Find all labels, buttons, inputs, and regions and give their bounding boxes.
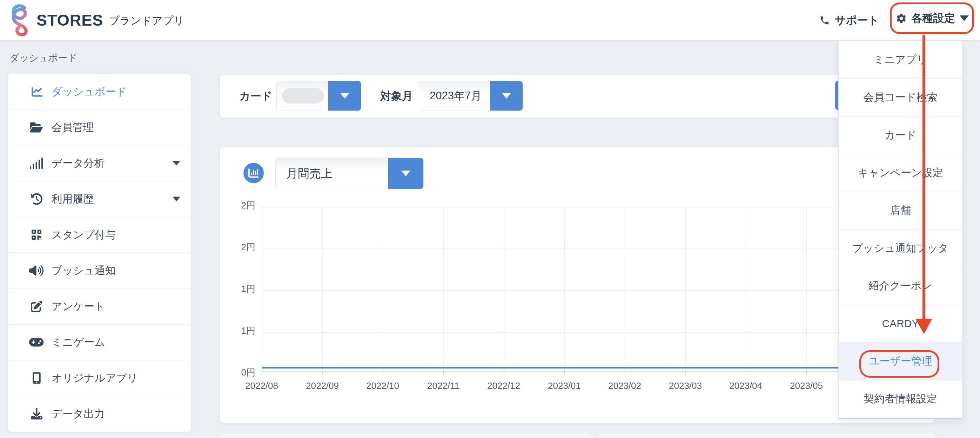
sidebar-item-label: ミニゲーム: [52, 335, 105, 350]
x-axis-label: 2022/08: [245, 381, 278, 391]
support-link[interactable]: サポート: [819, 0, 879, 40]
settings-menu-item-stores[interactable]: 店舗: [838, 192, 962, 229]
speaker-icon: [29, 265, 43, 277]
settings-menu-item-member-code-search[interactable]: 会員コード検索: [838, 78, 962, 116]
brand-name: STORES: [37, 11, 103, 29]
sidebar-item-label: データ分析: [52, 156, 105, 170]
settings-menu: ミニアプリ会員コード検索カードキャンペーン設定店舗プッシュ通知フッタ紹介クーポン…: [838, 41, 963, 419]
axis-tick: [746, 371, 746, 375]
caret-down-icon: [401, 170, 410, 176]
caret-down-icon: [340, 93, 349, 99]
brand: STORES ブランドアプリ: [9, 0, 184, 40]
axis-tick: [625, 371, 625, 375]
gridline: [443, 207, 444, 371]
chart-type-badge: [243, 163, 264, 183]
gridline: [625, 207, 625, 371]
sidebar-item-usage-history[interactable]: 利用履歴: [8, 181, 191, 217]
chart-card: 月間売上 2022/082022/092022/102022/112022/12…: [220, 147, 934, 423]
sidebar-item-push-notification[interactable]: プッシュ通知: [8, 252, 191, 288]
settings-menu-item-push-footer[interactable]: プッシュ通知フッタ: [838, 229, 962, 267]
chevron-down-icon: [173, 196, 180, 201]
sidebar-item-label: プッシュ通知: [52, 264, 116, 278]
axis-tick: [807, 371, 807, 375]
month-filter-dropdown[interactable]: 2023年7月: [419, 81, 523, 111]
breadcrumb: ダッシュボード: [10, 52, 77, 64]
sidebar-item-dashboard[interactable]: ダッシュボード: [8, 74, 191, 109]
header: STORES ブランドアプリ サポート 各種設定: [0, 0, 980, 40]
axis-tick: [686, 371, 686, 375]
y-axis-label: 2円: [224, 199, 255, 212]
axis-tick: [443, 371, 444, 375]
metric-selector-caret-button[interactable]: [388, 158, 423, 189]
settings-menu-item-mini-app[interactable]: ミニアプリ: [838, 41, 962, 78]
filter-card: カード 対象月 2023年7月: [220, 75, 934, 118]
pen-square-icon: [29, 301, 45, 312]
sidebar-item-data-analysis[interactable]: データ分析: [8, 145, 191, 181]
sidebar-item-members[interactable]: 会員管理: [8, 109, 191, 145]
settings-button[interactable]: 各種設定: [892, 4, 972, 32]
card-filter-label: カード: [239, 89, 272, 104]
bar-signal-icon: [29, 157, 43, 169]
settings-label: 各種設定: [912, 11, 955, 25]
folder-open-icon: [30, 121, 43, 133]
metric-selector-dropdown[interactable]: 月間売上: [275, 158, 424, 189]
month-filter-label: 対象月: [380, 89, 413, 104]
download-icon: [31, 408, 43, 420]
chart-line-icon: [29, 86, 45, 97]
x-axis-label: 2022/11: [427, 381, 460, 391]
sidebar-item-data-export[interactable]: データ出力: [8, 396, 191, 432]
settings-menu-item-contractor-info[interactable]: 契約者情報設定: [838, 380, 962, 418]
x-axis-label: 2022/12: [487, 381, 520, 391]
settings-menu-item-referral-coupon[interactable]: 紹介クーポン: [838, 267, 962, 304]
x-axis-label: 2022/09: [306, 381, 339, 391]
support-label: サポート: [835, 13, 879, 28]
gridline: [686, 207, 686, 371]
bar-signal-icon: [29, 157, 45, 169]
sidebar-item-mini-game[interactable]: ミニゲーム: [8, 324, 191, 360]
y-axis-label: 1円: [224, 325, 255, 337]
sales-line-chart: 2022/082022/092022/102022/112022/122023/…: [262, 207, 934, 372]
gridline: [262, 207, 262, 371]
settings-menu-item-cardy[interactable]: CARDY: [838, 305, 962, 342]
settings-menu-item-user-management[interactable]: ユーザー管理: [838, 342, 962, 380]
mobile-icon: [29, 373, 45, 384]
sidebar-item-label: ダッシュボード: [52, 84, 127, 99]
x-axis-label: 2023/02: [608, 381, 641, 391]
gridline: [262, 290, 934, 291]
x-axis-label: 2023/03: [669, 381, 702, 391]
month-filter-value: 2023年7月: [419, 88, 482, 103]
speaker-icon: [29, 265, 45, 277]
phone-icon: [819, 15, 830, 25]
sidebar-item-stamp-grant[interactable]: スタンプ付与: [8, 217, 191, 252]
sidebar-item-label: 利用履歴: [52, 192, 94, 206]
settings-menu-item-card[interactable]: カード: [838, 116, 962, 154]
sidebar-item-original-app[interactable]: オリジナルアプリ: [8, 360, 191, 396]
bottom-card-left: [220, 433, 590, 438]
gridline: [746, 207, 746, 371]
qr-code-icon: [32, 229, 42, 241]
qr-code-icon: [29, 229, 45, 241]
month-filter-caret-button[interactable]: [490, 81, 523, 111]
y-axis-label: 1円: [224, 283, 255, 295]
axis-tick: [504, 371, 504, 375]
gamepad-icon: [29, 336, 43, 348]
sidebar-item-label: アンケート: [52, 299, 105, 314]
axis-tick: [564, 371, 565, 375]
card-filter-caret-button[interactable]: [328, 81, 361, 111]
sidebar-item-survey[interactable]: アンケート: [8, 288, 191, 324]
gamepad-icon: [29, 336, 45, 348]
sidebar-item-label: オリジナルアプリ: [52, 371, 138, 385]
chevron-down-icon: [960, 16, 969, 21]
chevron-down-icon: [173, 161, 180, 165]
sidebar-item-label: データ出力: [52, 407, 105, 421]
pen-square-icon: [31, 301, 43, 312]
x-axis-label: 2023/01: [548, 381, 581, 391]
history-icon: [31, 193, 43, 205]
settings-menu-item-campaign-settings[interactable]: キャンペーン設定: [838, 154, 962, 191]
x-axis-label: 2023/04: [729, 381, 762, 391]
gridline: [564, 207, 565, 371]
card-filter-dropdown[interactable]: [277, 81, 361, 111]
gridline: [262, 332, 934, 333]
chart-line-icon: [31, 86, 43, 97]
chart-column-icon: [248, 168, 259, 178]
